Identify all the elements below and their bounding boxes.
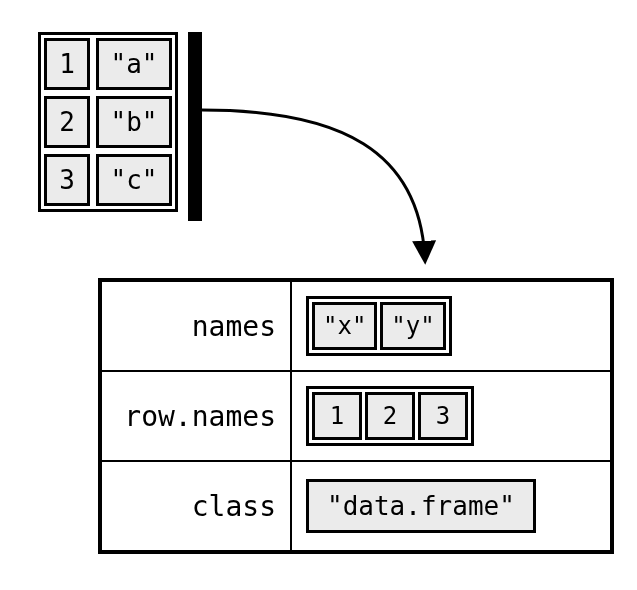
attr-label-names: names xyxy=(101,281,291,371)
vector-cell: "y" xyxy=(380,302,445,350)
vector-cell: 2 xyxy=(365,392,415,440)
attr-value-names: "x" "y" xyxy=(291,281,611,371)
attributes-table: names "x" "y" row.names 1 2 3 class "dat… xyxy=(98,278,614,554)
attr-value-class: "data.frame" xyxy=(291,461,611,551)
class-value: "data.frame" xyxy=(306,479,536,533)
attr-value-rownames: 1 2 3 xyxy=(291,371,611,461)
data-cell: "a" xyxy=(96,38,172,90)
data-cell: "c" xyxy=(96,154,172,206)
data-cell: 2 xyxy=(44,96,90,148)
names-vector: "x" "y" xyxy=(306,296,452,356)
data-cell: 1 xyxy=(44,38,90,90)
attr-label-rownames: row.names xyxy=(101,371,291,461)
attributes-tab xyxy=(188,32,202,221)
attr-label-class: class xyxy=(101,461,291,551)
data-cell: "b" xyxy=(96,96,172,148)
rownames-vector: 1 2 3 xyxy=(306,386,474,446)
vector-cell: 1 xyxy=(312,392,362,440)
vector-cell: 3 xyxy=(418,392,468,440)
diagram-stage: 1 "a" 2 "b" 3 "c" names "x" "y" row xyxy=(0,0,637,590)
data-table: 1 "a" 2 "b" 3 "c" xyxy=(38,32,178,212)
vector-cell: "x" xyxy=(312,302,377,350)
data-cell: 3 xyxy=(44,154,90,206)
